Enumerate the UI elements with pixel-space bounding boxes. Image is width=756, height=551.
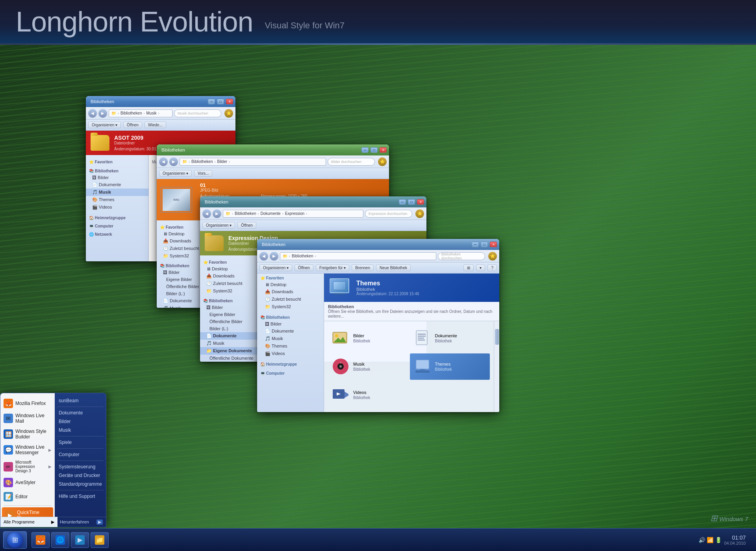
sidebar-themes[interactable]: 🎨 Themes xyxy=(86,196,148,203)
right-bilder[interactable]: Bilder xyxy=(55,417,106,426)
start-button[interactable]: ⊞ xyxy=(3,531,27,549)
start-wsb[interactable]: 🪟 Windows Style Builder xyxy=(0,426,55,442)
lib-eigdok-3[interactable]: 📁 Eigene Dokumente xyxy=(200,347,259,355)
back-btn-bilder[interactable]: ◀ xyxy=(159,157,168,166)
lib-eigene-3[interactable]: Eigene Bilder xyxy=(200,311,259,318)
organize-btn-music[interactable]: Organisieren ▾ xyxy=(88,122,121,128)
back-btn-expr[interactable]: ◀ xyxy=(202,209,211,218)
search-box-music[interactable]: Musik durchsuchen xyxy=(174,109,221,117)
view-btn2[interactable]: ▾ xyxy=(476,264,485,271)
maximize-btn-bilder[interactable]: □ xyxy=(371,147,378,153)
lib-offdok-3[interactable]: Öffentliche Dokumente xyxy=(200,355,259,362)
back-btn-big[interactable]: ◀ xyxy=(259,252,268,261)
start-editor[interactable]: 📝 Editor xyxy=(0,490,55,504)
address-path[interactable]: 📁 › Bibliotheken › Musik › xyxy=(109,109,172,117)
organize-big[interactable]: Organisieren ▾ xyxy=(259,264,292,271)
big-lib-musik[interactable]: 🎵 Musik xyxy=(257,335,324,342)
lib-bilder-item[interactable]: Bilder Bibliothek xyxy=(328,325,408,352)
close-btn-big[interactable]: ✕ xyxy=(490,242,497,247)
fav-btn-bilder[interactable]: ⭐ xyxy=(378,157,387,166)
back-btn[interactable]: ◀ xyxy=(88,109,97,118)
fav-sys-3[interactable]: 📁 System32 xyxy=(200,287,259,295)
right-hilfe[interactable]: Hilfe und Support xyxy=(55,492,106,501)
organize-bilder[interactable]: Organisieren ▾ xyxy=(159,170,192,177)
lib-dokum-3[interactable]: 📄 Dokumente xyxy=(200,332,259,340)
right-sunbeam[interactable]: sunBeam xyxy=(55,396,106,405)
maximize-btn-expr[interactable]: □ xyxy=(408,199,415,205)
open-btn-music[interactable]: Öffnen xyxy=(123,122,142,128)
titlebar-music[interactable]: Bibliotheken ─ □ ✕ xyxy=(86,96,235,107)
minimize-btn-big[interactable]: ─ xyxy=(472,242,479,247)
shutdown-label[interactable]: Herunterfahren xyxy=(60,520,89,525)
lib-oeff-3[interactable]: Öffentliche Bilder xyxy=(200,318,259,325)
forward-btn-bilder[interactable]: ▶ xyxy=(169,157,178,166)
freigeben-big[interactable]: Freigeben für ▾ xyxy=(316,264,349,271)
search-big[interactable]: Bibliotheken durchsuchen xyxy=(438,252,485,260)
titlebar-bilder[interactable]: Bibliotheken ─ □ ✕ xyxy=(157,144,389,155)
sidebar-videos[interactable]: 🎬 Videos xyxy=(86,203,148,211)
taskbar-folder[interactable]: 📁 xyxy=(91,532,109,548)
lib-bilder-3[interactable]: 🖼 Bilder xyxy=(200,304,259,311)
help-btn[interactable]: ? xyxy=(487,264,497,271)
fav-desktop-3[interactable]: 🖥 Desktop xyxy=(200,265,259,272)
start-avestyler[interactable]: 🎨 AveStyler xyxy=(0,475,55,490)
forward-btn-big[interactable]: ▶ xyxy=(270,252,278,261)
minimize-btn-expr[interactable]: ─ xyxy=(399,199,406,205)
start-firefox[interactable]: 🦊 Mozilla Firefox xyxy=(0,396,55,410)
neue-lib[interactable]: Neue Bibliothek xyxy=(376,264,411,271)
big-lib-bilder[interactable]: 🖼 Bilder xyxy=(257,320,324,327)
open-big[interactable]: Öffnen xyxy=(295,264,313,271)
search-expr[interactable]: Expression durchsuchen xyxy=(365,210,412,218)
lib-head-big[interactable]: 📚 Bibliotheken xyxy=(257,313,324,320)
lib-bilder-l-3[interactable]: Bilder (L:) xyxy=(200,325,259,332)
forward-btn-expr[interactable]: ▶ xyxy=(213,209,221,218)
right-geraete[interactable]: Geräte und Drucker xyxy=(55,471,106,480)
comp-head-big[interactable]: 💻 Computer xyxy=(257,369,324,376)
organize-expr[interactable]: Organisieren ▾ xyxy=(202,222,235,229)
right-musik[interactable]: Musik xyxy=(55,426,106,435)
search-bilder[interactable]: Bilder durchsuchen xyxy=(328,158,375,166)
minimize-btn-bilder[interactable]: ─ xyxy=(361,147,369,153)
brennen-big[interactable]: Brennen xyxy=(352,264,374,271)
fav-head-big[interactable]: ⭐ Favoriten xyxy=(257,274,324,281)
right-standard[interactable]: Standardprogramme xyxy=(55,480,106,488)
lib-musik-3[interactable]: 🎵 Musik xyxy=(200,340,259,347)
clock[interactable]: 01:07 04.04.2010 xyxy=(724,534,749,545)
heim-head-big[interactable]: 🏠 Heimnetzgruppe xyxy=(257,360,324,367)
big-sys32[interactable]: 📁 System32 xyxy=(257,303,324,311)
big-lib-dokum[interactable]: 📄 Dokumente xyxy=(257,327,324,335)
taskbar-media[interactable]: ▶ xyxy=(71,532,89,548)
fav-btn[interactable]: ⭐ xyxy=(224,109,233,118)
address-big[interactable]: 📁 › Bibliotheken › xyxy=(280,252,436,260)
forward-btn[interactable]: ▶ xyxy=(98,109,107,118)
sidebar-dokumente[interactable]: 📄 Dokumente xyxy=(86,181,148,189)
scrollbar-big[interactable] xyxy=(494,321,499,412)
lib-dok-item[interactable]: Dokumente Bibliothek xyxy=(410,325,490,352)
fav-btn-expr[interactable]: ⭐ xyxy=(415,209,424,218)
big-recent[interactable]: 🕐 Zuletzt besucht xyxy=(257,296,324,303)
fav-recent-3[interactable]: 🕐 Zuletzt besucht xyxy=(200,280,259,287)
lib-themes-item[interactable]: Themes Bibliothek xyxy=(410,353,490,380)
fav-dl-3[interactable]: 📥 Downloads xyxy=(200,272,259,280)
view-btn1[interactable]: ⊞ xyxy=(463,264,474,271)
close-btn[interactable]: ✕ xyxy=(226,99,233,104)
big-lib-videos[interactable]: 🎬 Videos xyxy=(257,350,324,357)
taskbar-ie[interactable]: 🌐 xyxy=(51,532,69,548)
open-expr[interactable]: Öffnen xyxy=(237,222,256,229)
titlebar-expr[interactable]: Bibliotheken ─ □ ✕ xyxy=(200,196,426,207)
maximize-btn[interactable]: □ xyxy=(217,99,224,104)
address-bilder[interactable]: 📁 › Bibliotheken › Bilder › xyxy=(180,158,326,166)
shutdown-arrow[interactable]: ▶ xyxy=(96,520,103,525)
wiede-btn[interactable]: Wiede... xyxy=(145,122,166,128)
big-dl[interactable]: 📥 Downloads xyxy=(257,288,324,296)
fav-btn-big[interactable]: ⭐ xyxy=(488,252,497,261)
start-messenger[interactable]: 💬 Windows Live Messenger ▶ xyxy=(0,442,55,458)
lib-videos-item[interactable]: Videos Bibliothek xyxy=(328,381,408,408)
right-spiele[interactable]: Spiele xyxy=(55,438,106,447)
sidebar-bilder[interactable]: 🖼 Bilder xyxy=(86,174,148,181)
titlebar-big[interactable]: Bibliotheken ─ □ ✕ xyxy=(257,239,499,250)
start-expression[interactable]: ✏ Microsoft Expression Design 3 ▶ xyxy=(0,458,55,475)
minimize-btn[interactable]: ─ xyxy=(208,99,215,104)
right-systemsteuerung[interactable]: Systemsteuerung xyxy=(55,462,106,471)
taskbar-explorer[interactable]: 🦊 xyxy=(32,532,50,548)
